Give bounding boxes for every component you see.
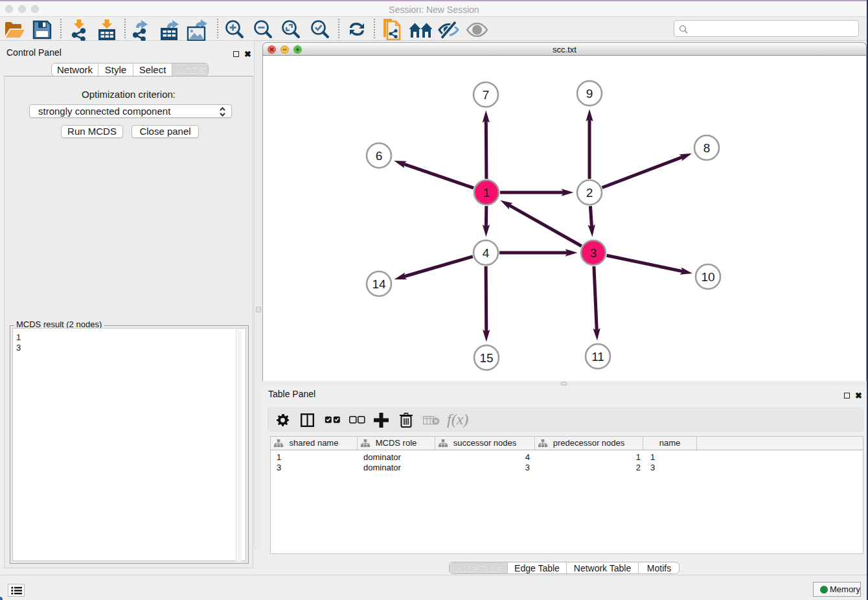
svg-text:6: 6 bbox=[376, 149, 383, 163]
svg-text:11: 11 bbox=[591, 350, 604, 363]
svg-text:2: 2 bbox=[586, 186, 593, 200]
svg-text:3: 3 bbox=[590, 246, 597, 260]
svg-text:8: 8 bbox=[703, 141, 711, 155]
svg-text:10: 10 bbox=[701, 270, 714, 284]
svg-text:15: 15 bbox=[479, 351, 493, 365]
svg-text:7: 7 bbox=[483, 88, 490, 102]
svg-text:9: 9 bbox=[586, 87, 593, 100]
svg-text:1: 1 bbox=[483, 186, 490, 200]
svg-text:14: 14 bbox=[372, 277, 386, 291]
svg-text:4: 4 bbox=[483, 246, 490, 260]
